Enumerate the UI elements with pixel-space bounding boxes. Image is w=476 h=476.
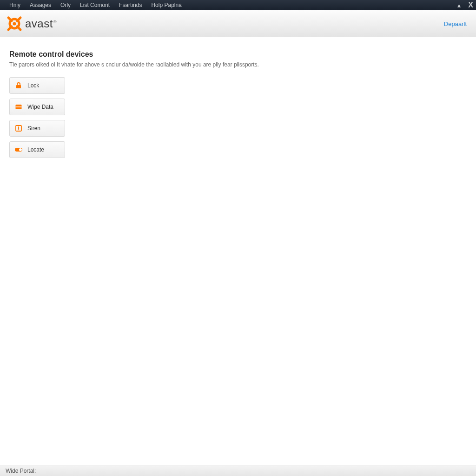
app-header: avast® Depaarlt [0, 10, 476, 37]
locate-icon [14, 145, 23, 154]
statusbar-text: Wide Portal: [6, 468, 36, 474]
svg-rect-2 [16, 85, 21, 88]
wipe-data-button[interactable]: Wipe Data [9, 99, 65, 115]
minimize-icon[interactable]: ▴ [457, 1, 461, 9]
menu-item-holp-paplna[interactable]: Holp Paplna [146, 2, 186, 8]
brand-logo: avast® [7, 16, 57, 32]
action-label: Lock [27, 82, 39, 89]
menu-item-orly[interactable]: Orly [56, 2, 75, 8]
close-icon[interactable]: X [468, 1, 473, 9]
menu-item-fsartinds[interactable]: Fsartinds [114, 2, 146, 8]
main-content: Remote control devices Tle parors oiked … [0, 37, 476, 465]
wipe-icon [14, 103, 23, 111]
action-list: Lock Wipe Data Siren [9, 77, 467, 158]
action-label: Siren [27, 125, 40, 132]
svg-point-1 [13, 22, 16, 25]
locate-button[interactable]: Locate [9, 141, 65, 158]
svg-point-7 [19, 148, 22, 151]
action-label: Locate [27, 146, 44, 153]
page-description: Tle parors oiked oi It vhate for ahove s… [9, 61, 467, 68]
action-label: Wipe Data [27, 104, 53, 110]
header-link-depaarlt[interactable]: Depaarlt [444, 20, 467, 27]
siren-button[interactable]: Siren [9, 120, 65, 137]
menubar: Hniy Assages Orly List Comont Fsartinds … [0, 0, 476, 10]
menu-item-list-comont[interactable]: List Comont [75, 2, 114, 8]
lock-button[interactable]: Lock [9, 77, 65, 94]
menu-item-assages[interactable]: Assages [25, 2, 56, 8]
page-title: Remote control devices [9, 50, 467, 59]
siren-icon [14, 124, 23, 132]
brand-name: avast® [25, 17, 57, 30]
lock-icon [14, 81, 23, 90]
window-controls: ▴ X [457, 0, 473, 10]
menu-item-hniy[interactable]: Hniy [5, 2, 25, 8]
svg-rect-4 [16, 106, 22, 107]
statusbar: Wide Portal: [0, 465, 476, 476]
avast-logo-icon [7, 16, 22, 32]
